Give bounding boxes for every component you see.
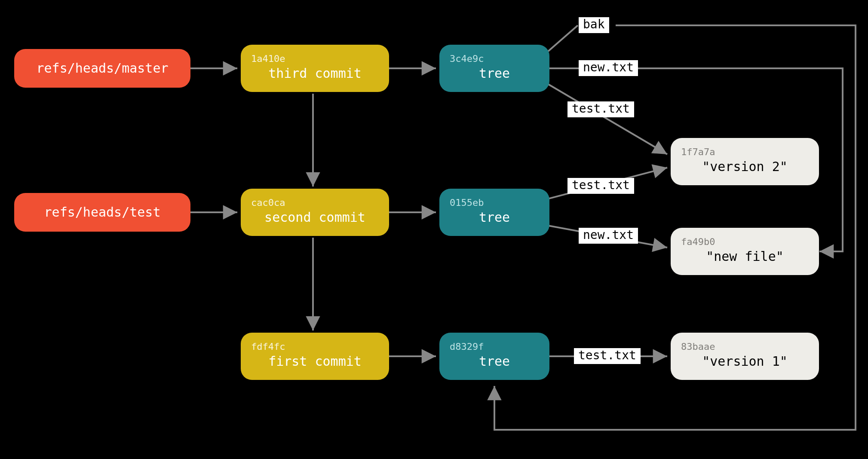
edge-label-testtxt-tree3: test.txt [567, 101, 634, 117]
blob-1f7a7a: 1f7a7a "version 2" [671, 138, 819, 185]
edge-label-testtxt-tree1: test.txt [574, 348, 641, 364]
blob-fa49b0: fa49b0 "new file" [671, 228, 819, 275]
tree-3c4e9c-label: tree [479, 66, 510, 80]
ref-master: refs/heads/master [14, 49, 190, 88]
tree-3c4e9c-hash: 3c4e9c [450, 54, 539, 64]
blob-fa49b0-label: "new file" [706, 249, 784, 263]
edge-label-testtxt-tree2: test.txt [567, 178, 634, 194]
tree-0155eb: 0155eb tree [439, 189, 549, 236]
git-object-diagram: refs/heads/master refs/heads/test 1a410e… [0, 0, 868, 459]
blob-fa49b0-hash: fa49b0 [681, 237, 809, 247]
tree-0155eb-label: tree [479, 210, 510, 224]
tree-d8329f: d8329f tree [439, 333, 549, 380]
tree-d8329f-label: tree [479, 354, 510, 368]
edge-tree3-bak-seg [544, 25, 578, 55]
tree-0155eb-hash: 0155eb [450, 198, 539, 208]
blob-1f7a7a-hash: 1f7a7a [681, 147, 809, 157]
edge-tree3-testtxt [544, 82, 667, 154]
ref-test: refs/heads/test [14, 193, 190, 232]
commit-second-label: second commit [264, 210, 365, 224]
tree-d8329f-hash: d8329f [450, 342, 539, 352]
tree-3c4e9c: 3c4e9c tree [439, 45, 549, 92]
edge-label-bak: bak [579, 17, 609, 33]
commit-third: 1a410e third commit [241, 45, 389, 92]
commit-first-label: first commit [268, 354, 362, 368]
ref-master-label: refs/heads/master [36, 62, 168, 75]
edge-label-newtxt-tree3: new.txt [579, 60, 638, 76]
commit-third-hash: 1a410e [251, 54, 379, 64]
commit-first: fdf4fc first commit [241, 333, 389, 380]
commit-second: cac0ca second commit [241, 189, 389, 236]
blob-83baae-label: "version 1" [702, 354, 788, 368]
commit-third-label: third commit [268, 66, 362, 80]
blob-83baae: 83baae "version 1" [671, 333, 819, 380]
edge-label-newtxt-tree2: new.txt [579, 228, 638, 244]
blob-1f7a7a-label: "version 2" [702, 159, 788, 174]
commit-second-hash: cac0ca [251, 198, 379, 208]
ref-test-label: refs/heads/test [44, 206, 161, 219]
blob-83baae-hash: 83baae [681, 342, 809, 352]
commit-first-hash: fdf4fc [251, 342, 379, 352]
